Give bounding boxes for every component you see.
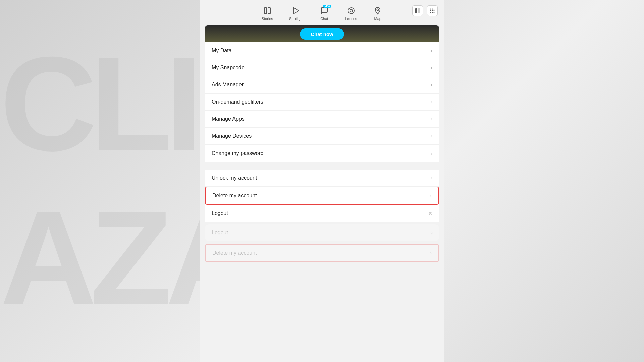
svg-point-3 xyxy=(348,8,354,14)
chat-icon: NEW xyxy=(320,6,329,15)
map-label: Map xyxy=(374,17,381,21)
nav-item-map[interactable]: Map xyxy=(370,4,385,23)
logout-label: Logout xyxy=(212,210,228,216)
nav-item-stories[interactable]: Stories xyxy=(259,4,276,23)
ghost-section: Logout ⎋ Delete my account › xyxy=(205,224,439,262)
ghost-logout-item: Logout ⎋ xyxy=(205,224,439,241)
ads-manager-chevron: › xyxy=(431,82,432,87)
delete-account-chevron: › xyxy=(430,193,432,198)
menu-item-ads-manager[interactable]: Ads Manager › xyxy=(205,76,439,94)
menu-item-my-data[interactable]: My Data › xyxy=(205,42,439,59)
svg-rect-7 xyxy=(418,8,420,13)
svg-point-16 xyxy=(434,12,435,13)
logout-icon: ⎋ xyxy=(429,210,432,216)
svg-point-5 xyxy=(377,9,379,11)
svg-point-13 xyxy=(434,10,435,11)
svg-point-11 xyxy=(430,10,431,11)
my-snapcode-chevron: › xyxy=(431,65,432,70)
chat-now-button[interactable]: Chat now xyxy=(300,28,344,40)
nav-item-chat[interactable]: NEW Chat xyxy=(317,4,332,23)
menu-item-manage-apps[interactable]: Manage Apps › xyxy=(205,111,439,128)
top-right-icons xyxy=(412,5,438,16)
menu-group-2: Unlock my account › Delete my account › … xyxy=(205,170,439,222)
geofilters-label: On-demand geofilters xyxy=(212,99,263,105)
menu-group-1: My Data › My Snapcode › Ads Manager › On… xyxy=(205,42,439,162)
unlock-account-chevron: › xyxy=(431,175,432,181)
my-snapcode-label: My Snapcode xyxy=(212,65,245,71)
manage-apps-label: Manage Apps xyxy=(212,116,245,122)
stories-label: Stories xyxy=(262,17,273,21)
svg-marker-2 xyxy=(294,8,299,14)
menu-item-manage-devices[interactable]: Manage Devices › xyxy=(205,128,439,145)
ads-manager-label: Ads Manager xyxy=(212,82,244,88)
svg-rect-1 xyxy=(268,8,270,14)
menu-item-my-snapcode[interactable]: My Snapcode › xyxy=(205,59,439,76)
chat-badge: NEW xyxy=(323,5,331,8)
menu-item-geofilters[interactable]: On-demand geofilters › xyxy=(205,94,439,111)
menu-separator xyxy=(200,162,444,167)
lenses-icon xyxy=(346,6,356,15)
spotlight-icon xyxy=(291,6,301,15)
svg-point-4 xyxy=(350,9,353,12)
lenses-label: Lenses xyxy=(345,17,357,21)
geofilters-chevron: › xyxy=(431,99,432,105)
svg-point-8 xyxy=(430,9,431,10)
menu-item-unlock-account[interactable]: Unlock my account › xyxy=(205,170,439,187)
nav-item-spotlight[interactable]: Spotlight xyxy=(286,4,306,23)
grid-menu-button[interactable] xyxy=(427,5,438,16)
nav-item-lenses[interactable]: Lenses xyxy=(342,4,360,23)
svg-point-10 xyxy=(434,9,435,10)
svg-point-15 xyxy=(432,12,433,13)
toggle-panel-button[interactable] xyxy=(412,5,423,16)
manage-devices-label: Manage Devices xyxy=(212,133,252,139)
main-panel: Stories Spotlight NEW Chat xyxy=(200,0,444,362)
manage-apps-chevron: › xyxy=(431,116,432,122)
svg-point-9 xyxy=(432,9,433,10)
svg-point-14 xyxy=(430,12,431,13)
top-navigation: Stories Spotlight NEW Chat xyxy=(200,0,444,23)
menu-item-delete-account[interactable]: Delete my account › xyxy=(205,187,439,205)
my-data-chevron: › xyxy=(431,48,432,53)
chat-card: Chat now xyxy=(205,25,439,42)
svg-rect-0 xyxy=(264,8,267,14)
svg-point-12 xyxy=(432,10,433,11)
change-password-chevron: › xyxy=(431,150,432,156)
stories-icon xyxy=(263,6,272,15)
change-password-label: Change my password xyxy=(212,150,264,156)
chat-label: Chat xyxy=(320,17,328,21)
ghost-delete-item: Delete my account › xyxy=(206,245,438,261)
spotlight-label: Spotlight xyxy=(289,17,304,21)
delete-account-label: Delete my account xyxy=(212,193,257,199)
map-icon xyxy=(373,6,382,15)
menu-item-logout[interactable]: Logout ⎋ xyxy=(205,205,439,222)
svg-rect-6 xyxy=(415,8,417,13)
manage-devices-chevron: › xyxy=(431,133,432,139)
my-data-label: My Data xyxy=(212,48,232,54)
nav-items-container: Stories Spotlight NEW Chat xyxy=(259,4,385,23)
unlock-account-label: Unlock my account xyxy=(212,175,257,181)
content-area: Chat now My Data › My Snapcode › Ads Man… xyxy=(200,23,444,362)
menu-item-change-password[interactable]: Change my password › xyxy=(205,145,439,162)
